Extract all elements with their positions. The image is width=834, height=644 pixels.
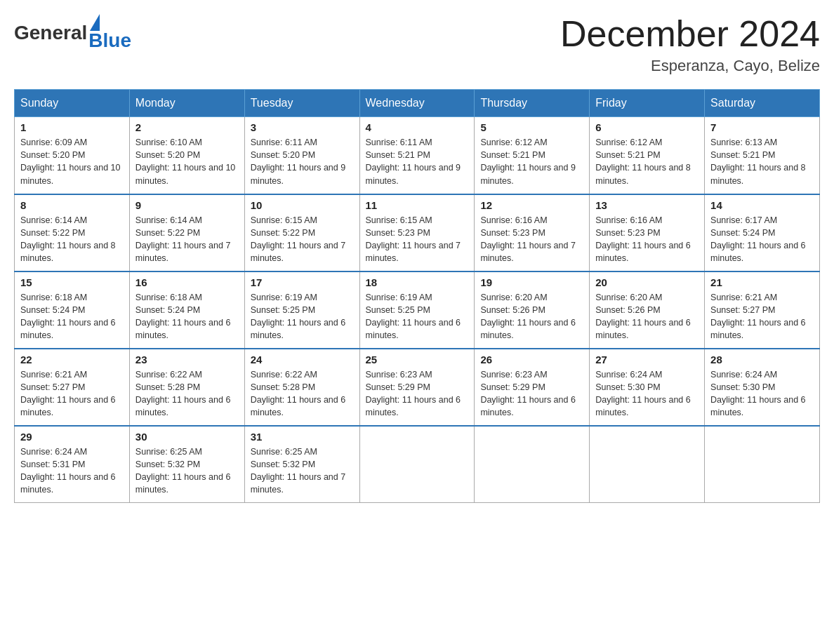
day-number: 28 [710, 354, 814, 365]
day-info: Sunrise: 6:13 AMSunset: 5:21 PMDaylight:… [710, 136, 814, 187]
day-info: Sunrise: 6:25 AMSunset: 5:32 PMDaylight:… [135, 445, 239, 497]
day-info: Sunrise: 6:14 AMSunset: 5:22 PMDaylight:… [135, 214, 239, 265]
calendar-day-cell: 31Sunrise: 6:25 AMSunset: 5:32 PMDayligh… [244, 426, 359, 503]
day-info: Sunrise: 6:25 AMSunset: 5:32 PMDaylight:… [251, 445, 354, 497]
day-number: 12 [480, 199, 583, 211]
day-number: 2 [135, 121, 239, 133]
day-number: 17 [251, 276, 354, 288]
calendar-day-cell: 2Sunrise: 6:10 AMSunset: 5:20 PMDaylight… [129, 117, 244, 194]
calendar-day-cell: 3Sunrise: 6:11 AMSunset: 5:20 PMDaylight… [244, 117, 359, 194]
calendar-day-cell: 27Sunrise: 6:24 AMSunset: 5:30 PMDayligh… [590, 349, 705, 426]
calendar-day-cell: 14Sunrise: 6:17 AMSunset: 5:24 PMDayligh… [705, 194, 820, 271]
day-number: 1 [20, 121, 124, 133]
calendar-day-cell: 10Sunrise: 6:15 AMSunset: 5:22 PMDayligh… [244, 194, 359, 271]
day-info: Sunrise: 6:11 AMSunset: 5:21 PMDaylight:… [366, 136, 469, 187]
day-info: Sunrise: 6:12 AMSunset: 5:21 PMDaylight:… [480, 136, 583, 187]
calendar-day-cell: 13Sunrise: 6:16 AMSunset: 5:23 PMDayligh… [590, 194, 705, 271]
day-info: Sunrise: 6:22 AMSunset: 5:28 PMDaylight:… [135, 368, 239, 420]
day-number: 15 [20, 276, 124, 288]
day-info: Sunrise: 6:24 AMSunset: 5:30 PMDaylight:… [595, 368, 699, 420]
day-info: Sunrise: 6:19 AMSunset: 5:25 PMDaylight:… [251, 291, 354, 342]
day-info: Sunrise: 6:18 AMSunset: 5:24 PMDaylight:… [20, 291, 124, 342]
logo-blue: Blue [88, 29, 131, 52]
day-number: 5 [480, 121, 583, 133]
day-number: 23 [135, 354, 239, 365]
day-info: Sunrise: 6:24 AMSunset: 5:31 PMDaylight:… [20, 445, 124, 497]
weekday-header-sunday: Sunday [15, 90, 130, 117]
title-area: December 2024 Esperanza, Cayo, Belize [560, 14, 820, 75]
month-title: December 2024 [560, 14, 820, 54]
day-number: 14 [710, 199, 814, 211]
day-number: 11 [366, 199, 469, 211]
calendar-day-cell: 7Sunrise: 6:13 AMSunset: 5:21 PMDaylight… [705, 117, 820, 194]
day-info: Sunrise: 6:15 AMSunset: 5:22 PMDaylight:… [251, 214, 354, 265]
day-info: Sunrise: 6:16 AMSunset: 5:23 PMDaylight:… [480, 214, 583, 265]
calendar-day-cell: 22Sunrise: 6:21 AMSunset: 5:27 PMDayligh… [15, 349, 130, 426]
calendar-day-cell: 23Sunrise: 6:22 AMSunset: 5:28 PMDayligh… [129, 349, 244, 426]
calendar-day-cell: 30Sunrise: 6:25 AMSunset: 5:32 PMDayligh… [129, 426, 244, 503]
calendar-table: SundayMondayTuesdayWednesdayThursdayFrid… [14, 89, 820, 503]
weekday-header-friday: Friday [590, 90, 705, 117]
weekday-header-tuesday: Tuesday [244, 90, 359, 117]
calendar-week-row: 1Sunrise: 6:09 AMSunset: 5:20 PMDaylight… [15, 117, 820, 194]
day-info: Sunrise: 6:21 AMSunset: 5:27 PMDaylight:… [710, 291, 814, 342]
day-number: 20 [595, 276, 699, 288]
day-info: Sunrise: 6:12 AMSunset: 5:21 PMDaylight:… [595, 136, 699, 187]
day-info: Sunrise: 6:23 AMSunset: 5:29 PMDaylight:… [366, 368, 469, 420]
day-number: 9 [135, 199, 239, 211]
day-number: 3 [251, 121, 354, 133]
calendar-day-cell: 18Sunrise: 6:19 AMSunset: 5:25 PMDayligh… [359, 271, 475, 349]
day-info: Sunrise: 6:14 AMSunset: 5:22 PMDaylight:… [20, 214, 124, 265]
calendar-day-cell: 21Sunrise: 6:21 AMSunset: 5:27 PMDayligh… [705, 271, 820, 349]
calendar-day-cell: 1Sunrise: 6:09 AMSunset: 5:20 PMDaylight… [15, 117, 130, 194]
calendar-day-cell [359, 426, 475, 503]
calendar-day-cell [590, 426, 705, 503]
day-info: Sunrise: 6:11 AMSunset: 5:20 PMDaylight:… [251, 136, 354, 187]
day-info: Sunrise: 6:19 AMSunset: 5:25 PMDaylight:… [366, 291, 469, 342]
day-number: 16 [135, 276, 239, 288]
weekday-header-monday: Monday [129, 90, 244, 117]
day-number: 7 [710, 121, 814, 133]
calendar-day-cell: 12Sunrise: 6:16 AMSunset: 5:23 PMDayligh… [475, 194, 590, 271]
calendar-day-cell: 6Sunrise: 6:12 AMSunset: 5:21 PMDaylight… [590, 117, 705, 194]
day-info: Sunrise: 6:17 AMSunset: 5:24 PMDaylight:… [710, 214, 814, 265]
day-info: Sunrise: 6:24 AMSunset: 5:30 PMDaylight:… [710, 368, 814, 420]
weekday-header-row: SundayMondayTuesdayWednesdayThursdayFrid… [15, 90, 820, 117]
location-title: Esperanza, Cayo, Belize [560, 57, 820, 75]
day-info: Sunrise: 6:18 AMSunset: 5:24 PMDaylight:… [135, 291, 239, 342]
day-number: 21 [710, 276, 814, 288]
day-info: Sunrise: 6:23 AMSunset: 5:29 PMDaylight:… [480, 368, 583, 420]
day-info: Sunrise: 6:16 AMSunset: 5:23 PMDaylight:… [595, 214, 699, 265]
weekday-header-saturday: Saturday [705, 90, 820, 117]
day-number: 19 [480, 276, 583, 288]
day-number: 6 [595, 121, 699, 133]
calendar-day-cell: 19Sunrise: 6:20 AMSunset: 5:26 PMDayligh… [475, 271, 590, 349]
calendar-day-cell: 11Sunrise: 6:15 AMSunset: 5:23 PMDayligh… [359, 194, 475, 271]
day-number: 30 [135, 431, 239, 443]
day-number: 8 [20, 199, 124, 211]
calendar-day-cell: 4Sunrise: 6:11 AMSunset: 5:21 PMDaylight… [359, 117, 475, 194]
day-info: Sunrise: 6:20 AMSunset: 5:26 PMDaylight:… [595, 291, 699, 342]
day-number: 18 [366, 276, 469, 288]
calendar-day-cell: 17Sunrise: 6:19 AMSunset: 5:25 PMDayligh… [244, 271, 359, 349]
calendar-week-row: 8Sunrise: 6:14 AMSunset: 5:22 PMDaylight… [15, 194, 820, 271]
logo-general: General [14, 22, 87, 44]
logo: General Blue [14, 14, 131, 52]
calendar-day-cell [475, 426, 590, 503]
day-number: 27 [595, 354, 699, 365]
day-info: Sunrise: 6:20 AMSunset: 5:26 PMDaylight:… [480, 291, 583, 342]
calendar-day-cell: 8Sunrise: 6:14 AMSunset: 5:22 PMDaylight… [15, 194, 130, 271]
day-info: Sunrise: 6:09 AMSunset: 5:20 PMDaylight:… [20, 136, 124, 187]
calendar-week-row: 15Sunrise: 6:18 AMSunset: 5:24 PMDayligh… [15, 271, 820, 349]
calendar-day-cell: 24Sunrise: 6:22 AMSunset: 5:28 PMDayligh… [244, 349, 359, 426]
weekday-header-wednesday: Wednesday [359, 90, 475, 117]
day-number: 4 [366, 121, 469, 133]
calendar-day-cell: 28Sunrise: 6:24 AMSunset: 5:30 PMDayligh… [705, 349, 820, 426]
calendar-week-row: 22Sunrise: 6:21 AMSunset: 5:27 PMDayligh… [15, 349, 820, 426]
day-info: Sunrise: 6:21 AMSunset: 5:27 PMDaylight:… [20, 368, 124, 420]
logo-triangle-icon [90, 14, 100, 31]
calendar-day-cell: 16Sunrise: 6:18 AMSunset: 5:24 PMDayligh… [129, 271, 244, 349]
day-number: 25 [366, 354, 469, 365]
day-number: 22 [20, 354, 124, 365]
day-number: 26 [480, 354, 583, 365]
